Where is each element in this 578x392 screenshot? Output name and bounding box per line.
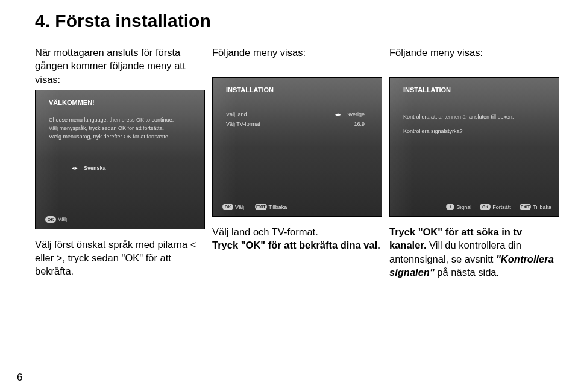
tv-menu-row: Välj TV-format 16:9 <box>226 121 373 127</box>
left-right-arrows-icon: ◂▸ <box>72 165 78 171</box>
column-2: Följande meny visas: INSTALLATION Välj l… <box>212 46 381 279</box>
tv-instruction-line: Välj menyspråk, tryck sedan OK för att f… <box>49 125 196 131</box>
menu-row-value: Sverige <box>346 111 365 117</box>
column-caption: Välj land och TV-format. Tryck "OK" för … <box>212 225 381 252</box>
ok-button-hint: OK Fortsätt <box>480 204 511 210</box>
column-lead: När mottagaren ansluts för första gången… <box>35 46 204 86</box>
column-caption: Välj först önskat språk med pilarna < el… <box>35 238 204 278</box>
screenshot-welcome: VÄLKOMMEN! Choose menu language, then pr… <box>35 90 205 229</box>
menu-row-value: 16:9 <box>354 121 365 127</box>
ok-chip-icon: OK <box>45 216 56 223</box>
caption-text: Välj först önskat språk med pilarna < el… <box>35 239 196 277</box>
tv-instruction-line: Choose menu language, then press OK to c… <box>49 117 196 123</box>
tv-screen-title: INSTALLATION <box>403 86 451 93</box>
selected-language: Svenska <box>84 165 106 171</box>
tv-footer-buttons: OK Välj <box>45 216 67 223</box>
screenshot-installation-1: INSTALLATION Välj land ◂▸ Sverige Välj T… <box>212 77 382 217</box>
exit-chip-label: Tillbaka <box>269 204 287 210</box>
info-button-hint: i Signal <box>446 204 471 210</box>
tv-instruction-line: Kontrollera att antennen är ansluten til… <box>403 114 550 120</box>
caption-line-2-bold: Tryck "OK" för att bekräfta dina val. <box>212 240 380 250</box>
tv-menu-row: Välj land ◂▸ Sverige <box>226 111 373 117</box>
ok-chip-label: Välj <box>58 216 67 222</box>
tv-footer-buttons: i Signal OK Fortsätt EXIT Tillbaka <box>446 204 551 210</box>
caption-text-4: på nästa sida. <box>437 267 499 278</box>
ok-chip-icon: OK <box>222 204 233 210</box>
tv-footer-buttons: OK Välj EXIT Tillbaka <box>222 204 287 210</box>
column-3: Följande meny visas: INSTALLATION Kontro… <box>389 46 558 279</box>
caption-line-1: Välj land och TV-format. <box>212 226 318 237</box>
info-chip-icon: i <box>446 204 454 210</box>
page-number: 6 <box>17 372 22 384</box>
info-chip-label: Signal <box>456 204 471 210</box>
ok-chip-icon: OK <box>480 204 491 210</box>
column-caption: Tryck "OK" för att söka in tv kanaler. V… <box>389 225 558 279</box>
ok-chip-label: Fortsätt <box>492 204 511 210</box>
exit-chip-icon: EXIT <box>520 204 532 210</box>
left-right-arrows-icon: ◂▸ <box>335 111 341 117</box>
language-selector: ◂▸ Svenska <box>72 165 196 171</box>
tv-instruction-line: Kontrollera signalstyrka? <box>403 128 550 134</box>
column-row: När mottagaren ansluts för första gången… <box>35 46 549 279</box>
exit-chip-icon: EXIT <box>255 204 267 210</box>
tv-screen-title: VÄLKOMMEN! <box>49 99 95 106</box>
exit-button-hint: EXIT Tillbaka <box>255 204 287 210</box>
ok-chip-label: Välj <box>235 204 244 210</box>
column-lead: Följande meny visas: <box>389 46 558 73</box>
tv-screen-title: INSTALLATION <box>226 86 274 93</box>
section-heading: 4. Första installation <box>35 11 549 31</box>
ok-button-hint: OK Välj <box>222 204 244 210</box>
column-lead: Följande meny visas: <box>212 46 381 73</box>
exit-chip-label: Tillbaka <box>533 204 551 210</box>
document-page: 4. Första installation När mottagaren an… <box>0 0 578 392</box>
tv-instruction-line: Vælg menusprog, tryk derefter OK for at … <box>49 134 196 140</box>
menu-row-label: Välj TV-format <box>226 121 260 127</box>
column-1: När mottagaren ansluts för första gången… <box>35 46 204 279</box>
screenshot-installation-2: INSTALLATION Kontrollera att antennen är… <box>389 77 559 217</box>
ok-button-hint: OK Välj <box>45 216 67 223</box>
menu-row-label: Välj land <box>226 111 247 117</box>
exit-button-hint: EXIT Tillbaka <box>520 204 551 210</box>
